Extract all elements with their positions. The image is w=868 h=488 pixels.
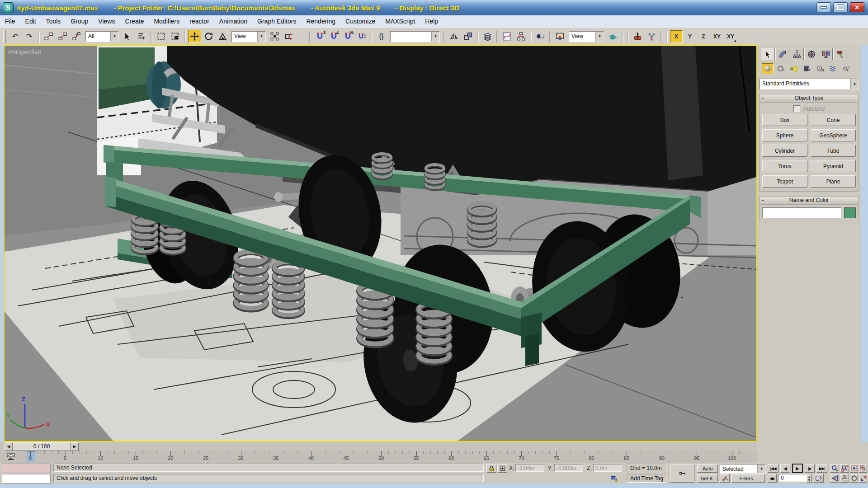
menu-item-reactor[interactable]: reactor	[184, 16, 214, 26]
object-type-plane-button[interactable]: Plane	[811, 175, 856, 188]
go-to-start-button[interactable]: |◀◀	[768, 464, 778, 473]
object-color-swatch[interactable]	[844, 207, 856, 218]
zoom-all-button[interactable]	[840, 464, 849, 473]
set-key-button[interactable]: Set K.	[697, 474, 718, 483]
viewport-label[interactable]: Perspective	[8, 48, 41, 56]
maxscript-mini-listener-white[interactable]	[2, 474, 51, 483]
extra-tool-2-button[interactable]	[645, 30, 658, 43]
key-filters-button[interactable]: Filters...	[731, 474, 765, 483]
time-configuration-button[interactable]	[814, 474, 824, 483]
menu-item-customize[interactable]: Customize	[340, 16, 380, 26]
category-spacewarps-button[interactable]	[827, 63, 839, 74]
primitive-category-dropdown[interactable]: Standard Primitives ▼	[760, 79, 859, 89]
tab-display[interactable]	[819, 48, 833, 60]
add-time-tag-button[interactable]: Add Time Tag	[627, 474, 666, 483]
y-coord-field[interactable]: -0.003m	[554, 464, 583, 472]
menu-item-animation[interactable]: Animation	[214, 16, 252, 26]
object-type-box-button[interactable]: Box	[762, 114, 807, 126]
next-frame-button[interactable]: |▶	[805, 464, 815, 473]
object-type-cylinder-button[interactable]: Cylinder	[762, 145, 807, 157]
category-shapes-button[interactable]	[775, 63, 787, 74]
align-button[interactable]	[462, 30, 475, 43]
menu-item-help[interactable]: Help	[420, 16, 443, 26]
autogrid-checkbox[interactable]	[793, 105, 800, 112]
named-selection-sets-button[interactable]: {}	[375, 30, 388, 43]
menu-item-file[interactable]: File	[0, 16, 20, 26]
default-tangent-button[interactable]	[720, 474, 730, 483]
category-cameras-button[interactable]	[801, 63, 813, 74]
undo-button[interactable]: ↶	[9, 30, 22, 43]
zoom-extents-all-button[interactable]	[859, 464, 867, 473]
redo-button[interactable]: ↷	[23, 30, 36, 43]
tab-motion[interactable]	[804, 48, 818, 60]
menu-item-rendering[interactable]: Rendering	[301, 16, 340, 26]
category-lights-button[interactable]	[788, 63, 800, 74]
next-frame-arrow[interactable]: ▶	[71, 442, 79, 451]
perspective-viewport[interactable]: Perspective	[4, 45, 757, 442]
named-selection-dropdown[interactable]: ▼	[390, 31, 440, 42]
toolbar-drag-handle[interactable]	[3, 30, 6, 43]
x-coord-field[interactable]: -3.04m	[515, 464, 544, 472]
menu-item-graph-editors[interactable]: Graph Editors	[252, 16, 301, 26]
quick-render-button[interactable]	[606, 30, 619, 43]
menu-item-edit[interactable]: Edit	[20, 16, 41, 26]
restrict-z-button[interactable]: Z	[697, 30, 710, 43]
min-max-toggle-button[interactable]	[859, 474, 867, 483]
close-button[interactable]: ✕	[850, 2, 864, 12]
object-type-rollout-header[interactable]: −Object Type	[760, 94, 858, 103]
object-type-teapot-button[interactable]: Teapot	[762, 175, 807, 188]
select-and-link-button[interactable]	[42, 30, 55, 43]
menu-item-views[interactable]: Views	[93, 16, 120, 26]
absolute-offset-mode-button[interactable]	[497, 464, 507, 473]
tab-utilities[interactable]	[833, 48, 847, 60]
object-type-geosphere-button[interactable]: GeoSphere	[811, 129, 856, 141]
reference-coordinate-system-dropdown[interactable]: View▼	[231, 31, 266, 42]
object-name-input[interactable]	[762, 207, 841, 218]
category-systems-button[interactable]	[840, 63, 852, 74]
object-type-cone-button[interactable]: Cone	[811, 114, 856, 126]
category-helpers-button[interactable]	[814, 63, 826, 74]
selection-filter-dropdown[interactable]: All▼	[85, 31, 119, 42]
material-editor-button[interactable]	[534, 30, 547, 43]
extra-tool-1-button[interactable]	[631, 30, 644, 43]
frame-spinner[interactable]: ▲▼	[807, 474, 812, 483]
angle-snap-toggle-button[interactable]: ∠	[327, 30, 340, 43]
tab-hierarchy[interactable]	[790, 48, 804, 60]
current-frame-field[interactable]: 0	[778, 474, 807, 482]
play-button[interactable]: ▶	[792, 464, 803, 473]
select-by-name-button[interactable]	[135, 30, 148, 43]
window-crossing-toggle-button[interactable]	[169, 30, 182, 43]
key-filter-dropdown[interactable]: Selected ▼	[720, 464, 766, 474]
object-type-torus-button[interactable]: Torus	[762, 160, 807, 172]
menu-item-maxscript[interactable]: MAXScript	[380, 16, 420, 26]
use-pivot-point-center-button[interactable]	[268, 30, 281, 43]
pan-view-button[interactable]	[840, 474, 849, 483]
menu-item-modifiers[interactable]: Modifiers	[149, 16, 184, 26]
tab-create[interactable]	[761, 48, 775, 60]
previous-frame-arrow[interactable]: ◀	[5, 442, 13, 451]
set-keys-button[interactable]	[670, 464, 694, 483]
name-and-color-rollout-header[interactable]: −Name and Color	[760, 197, 858, 205]
restrict-x-button[interactable]: X	[670, 30, 683, 43]
object-type-sphere-button[interactable]: Sphere	[762, 129, 807, 141]
percent-snap-toggle-button[interactable]: %	[341, 30, 354, 43]
select-and-rotate-button[interactable]	[202, 30, 215, 43]
menu-item-group[interactable]: Group	[66, 16, 93, 26]
z-coord-field[interactable]: 0.0m	[593, 464, 622, 472]
previous-frame-button[interactable]: ◀|	[780, 464, 790, 473]
arc-rotate-button[interactable]	[850, 474, 858, 483]
layer-manager-button[interactable]	[481, 30, 494, 43]
select-and-scale-button[interactable]	[216, 30, 229, 43]
object-type-pyramid-button[interactable]: Pyramid	[811, 160, 856, 172]
selection-lock-toggle-button[interactable]	[486, 464, 496, 473]
go-to-end-button[interactable]: ▶▶|	[816, 464, 827, 473]
curve-editor-button[interactable]	[500, 30, 514, 43]
select-object-button[interactable]	[121, 30, 134, 43]
auto-key-button[interactable]: Auto	[697, 464, 718, 473]
restrict-y-button[interactable]: Y	[684, 30, 696, 43]
restrict-xy-plane-button[interactable]: XY	[711, 30, 723, 43]
time-slider[interactable]: 0 / 100	[13, 442, 71, 451]
render-type-dropdown[interactable]: View▼	[569, 31, 604, 42]
bind-to-spacewarp-button[interactable]	[70, 30, 83, 43]
rectangular-selection-region-button[interactable]	[155, 30, 168, 43]
